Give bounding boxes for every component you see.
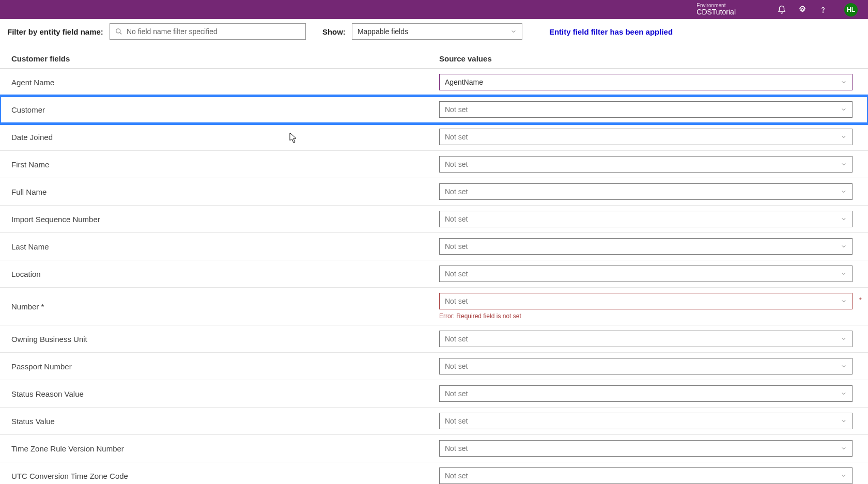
field-row: Last NameNot set: [0, 233, 868, 260]
svg-point-2: [823, 11, 823, 12]
svg-point-1: [801, 8, 804, 11]
select-value: Not set: [445, 389, 468, 398]
chevron-down-icon: [841, 418, 847, 424]
error-text: Error: Required field is not set: [439, 313, 857, 320]
field-label: Location: [11, 270, 439, 278]
chevron-down-icon: [841, 216, 847, 222]
source-value-select[interactable]: Not set: [439, 385, 853, 402]
settings-button[interactable]: [798, 5, 807, 14]
svg-point-3: [116, 29, 120, 33]
value-cell: Not set: [439, 413, 857, 429]
filter-placeholder: No field name filter specified: [127, 27, 218, 36]
source-value-select[interactable]: Not set: [439, 129, 853, 145]
show-value: Mappable fields: [358, 27, 408, 36]
notifications-button[interactable]: [777, 5, 786, 14]
field-row: Time Zone Rule Version NumberNot set: [0, 435, 868, 462]
field-row: Date JoinedNot set: [0, 123, 868, 151]
chevron-down-icon: [841, 298, 847, 304]
filter-applied-text: Entity field filter has been applied: [549, 27, 673, 36]
help-button[interactable]: [818, 5, 828, 14]
source-value-select[interactable]: Not set: [439, 211, 853, 227]
value-cell: Not set: [439, 183, 857, 200]
select-value: Not set: [445, 472, 468, 480]
value-cell: Not set: [439, 440, 857, 457]
select-value: Not set: [445, 444, 468, 452]
search-icon: [115, 28, 122, 35]
field-row: Status ValueNot set: [0, 408, 868, 435]
select-value: Not set: [445, 105, 468, 114]
chevron-down-icon: [841, 189, 847, 195]
source-value-select[interactable]: Not set: [439, 293, 853, 309]
field-label: Customer: [11, 105, 439, 114]
required-indicator: *: [859, 296, 862, 304]
chevron-down-icon: [841, 106, 847, 113]
select-value: Not set: [445, 362, 468, 370]
select-value: Not set: [445, 270, 468, 278]
chevron-down-icon: [841, 445, 847, 451]
value-cell: Not set: [439, 385, 857, 402]
source-value-select[interactable]: Not set: [439, 413, 853, 429]
source-value-select[interactable]: Not set: [439, 331, 853, 347]
field-row: Status Reason ValueNot set: [0, 380, 868, 408]
source-value-select[interactable]: Not set: [439, 101, 853, 118]
chevron-down-icon: [841, 271, 847, 277]
source-value-select[interactable]: Not set: [439, 440, 853, 457]
value-cell: Not set: [439, 266, 857, 282]
select-value: Not set: [445, 242, 468, 251]
show-label: Show:: [322, 27, 346, 36]
value-cell: Not set: [439, 467, 857, 484]
select-value: Not set: [445, 297, 468, 305]
field-label: Time Zone Rule Version Number: [11, 444, 439, 453]
field-label: Status Reason Value: [11, 389, 439, 398]
field-rows: Agent NameAgentNameCustomerNot setDate J…: [0, 69, 868, 484]
value-cell: Not set: [439, 129, 857, 145]
source-value-select[interactable]: Not set: [439, 156, 853, 173]
chevron-down-icon: [841, 363, 847, 369]
field-label: Owning Business Unit: [11, 335, 439, 344]
column-headers: Customer fields Source values: [0, 44, 868, 69]
select-value: Not set: [445, 188, 468, 196]
value-cell: Not set: [439, 238, 857, 255]
field-row: First NameNot set: [0, 151, 868, 178]
chevron-down-icon: [841, 79, 847, 85]
field-row: UTC Conversion Time Zone CodeNot set: [0, 462, 868, 484]
source-value-select[interactable]: Not set: [439, 266, 853, 282]
value-cell: Not set: [439, 156, 857, 173]
field-label: Number *: [11, 302, 439, 311]
value-cell: Not setError: Required field is not set: [439, 293, 857, 320]
field-label: Status Value: [11, 417, 439, 426]
show-select[interactable]: Mappable fields: [352, 23, 522, 40]
field-label: Date Joined: [11, 133, 439, 142]
select-value: Not set: [445, 215, 468, 223]
select-value: Not set: [445, 417, 468, 425]
environment-picker[interactable]: Environment CDSTutorial: [691, 3, 736, 16]
avatar-initials: HL: [847, 6, 855, 13]
source-value-select[interactable]: AgentName: [439, 74, 853, 90]
filter-label: Filter by entity field name:: [7, 27, 103, 36]
value-cell: Not set: [439, 358, 857, 374]
filter-input[interactable]: No field name filter specified: [110, 23, 306, 40]
select-value: Not set: [445, 335, 468, 343]
field-row: CustomerNot set: [0, 96, 868, 123]
field-label: Agent Name: [11, 78, 439, 87]
field-label: Full Name: [11, 188, 439, 196]
field-row: Owning Business UnitNot set: [0, 325, 868, 353]
field-row: Number *Not setError: Required field is …: [0, 288, 868, 325]
field-row: Full NameNot set: [0, 178, 868, 206]
source-value-select[interactable]: Not set: [439, 183, 853, 200]
source-value-select[interactable]: Not set: [439, 467, 853, 484]
app-header: Environment CDSTutorial HL: [0, 0, 868, 19]
chevron-down-icon: [841, 243, 847, 249]
source-value-select[interactable]: Not set: [439, 238, 853, 255]
environment-name: CDSTutorial: [696, 8, 736, 16]
header-customer-fields: Customer fields: [11, 54, 439, 63]
chevron-down-icon: [510, 28, 517, 35]
select-value: Not set: [445, 160, 468, 168]
source-value-select[interactable]: Not set: [439, 358, 853, 374]
field-label: First Name: [11, 160, 439, 169]
user-avatar[interactable]: HL: [844, 3, 858, 17]
field-row: LocationNot set: [0, 260, 868, 288]
select-value: AgentName: [445, 78, 483, 86]
value-cell: Not set: [439, 211, 857, 227]
field-label: Import Sequence Number: [11, 215, 439, 224]
